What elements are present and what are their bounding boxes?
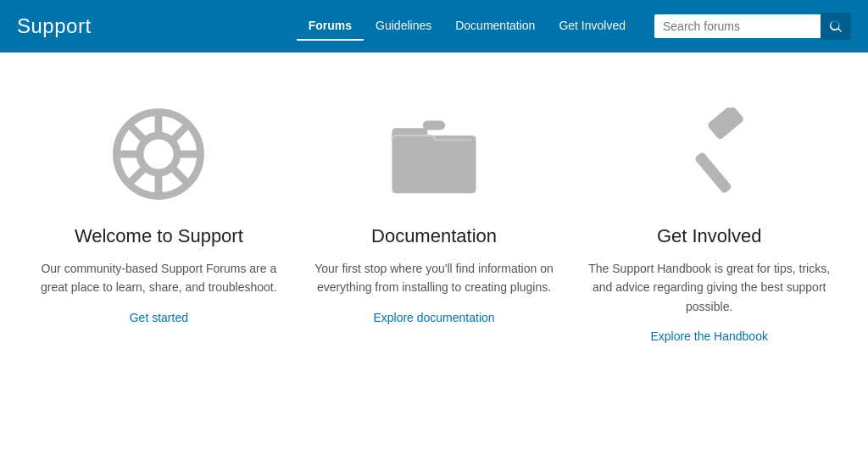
card-get-involved-link[interactable]: Explore the Handbook [650,329,768,343]
card-get-involved-title: Get Involved [657,225,762,247]
card-documentation-desc: Your first stop where you'll find inform… [309,259,559,297]
card-documentation: Documentation Your first stop where you'… [309,103,559,324]
search-container [654,13,851,40]
svg-rect-9 [423,120,445,130]
search-input[interactable] [654,14,821,38]
card-support-desc: Our community-based Support Forums are a… [34,259,284,297]
nav-item-documentation[interactable]: Documentation [443,12,547,41]
search-icon [829,19,843,33]
nav-item-guidelines[interactable]: Guidelines [364,12,443,41]
svg-rect-10 [693,152,732,195]
card-get-involved-desc: The Support Handbook is great for tips, … [584,259,834,316]
main-nav: Forums Guidelines Documentation Get Invo… [297,12,637,41]
header: Support Forums Guidelines Documentation … [0,0,868,53]
card-support-title: Welcome to Support [75,225,243,247]
card-support: Welcome to Support Our community-based S… [34,103,284,324]
nav-item-get-involved[interactable]: Get Involved [547,12,637,41]
card-get-involved-icon-container [659,103,760,205]
nav-item-forums[interactable]: Forums [297,12,364,41]
folder-icon [387,108,481,201]
card-documentation-icon-container [383,103,485,205]
card-documentation-link[interactable]: Explore documentation [373,311,494,324]
card-support-link[interactable]: Get started [130,311,188,324]
card-support-icon-container [108,103,209,205]
svg-rect-11 [706,108,744,141]
site-logo: Support [17,14,92,38]
svg-rect-6 [392,135,476,193]
hammer-icon [663,108,756,201]
main-content: Welcome to Support Our community-based S… [0,53,868,394]
card-get-involved: Get Involved The Support Handbook is gre… [584,103,834,343]
search-button[interactable] [821,13,851,40]
card-documentation-title: Documentation [371,225,497,247]
lifesaver-icon [112,108,205,201]
cards-row: Welcome to Support Our community-based S… [34,103,834,343]
